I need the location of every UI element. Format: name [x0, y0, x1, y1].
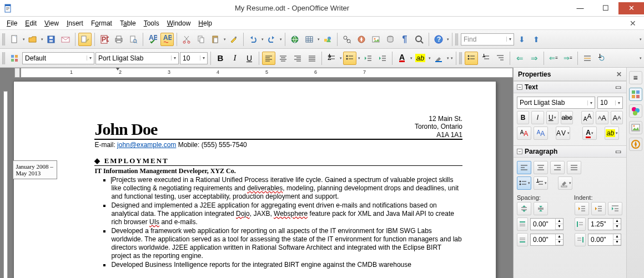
sidebar-shrink-button[interactable]: AA — [611, 111, 623, 124]
sidebar-fontcolor-button[interactable]: A▾ — [582, 127, 597, 140]
bullet-list-button[interactable] — [343, 52, 356, 65]
toolbar-grip[interactable] — [459, 52, 462, 64]
properties-deck-icon[interactable] — [629, 88, 642, 101]
font-size-combo[interactable]: 10▾ — [180, 52, 208, 64]
menu-tools[interactable]: Tools — [140, 18, 163, 28]
toolbar-grip[interactable] — [455, 33, 459, 46]
paste-button[interactable] — [209, 33, 222, 46]
find-prev-button[interactable]: ⬆ — [530, 33, 543, 46]
underline-button[interactable]: U — [243, 52, 256, 65]
highlight-button[interactable]: ab — [414, 52, 427, 65]
menu-view[interactable]: View — [41, 18, 62, 28]
demote-button[interactable]: ⇒ — [527, 52, 541, 65]
email-link[interactable]: john@example.com — [117, 141, 176, 149]
menu-file[interactable]: File — [3, 18, 21, 28]
sidebar-spacing-button[interactable]: AV▾ — [556, 127, 570, 140]
align-center-button[interactable] — [276, 52, 290, 65]
zoom-button[interactable] — [412, 33, 426, 46]
sidebar-superscript-button[interactable]: AA — [581, 111, 593, 124]
sidebar-close-icon[interactable]: ✕ — [616, 70, 622, 78]
auto-spellcheck-button[interactable]: ABC — [160, 33, 174, 46]
find-combo[interactable]: Find▾ — [461, 33, 514, 46]
more-options-icon[interactable]: ▭ — [615, 148, 623, 155]
indent-right-input[interactable]: ▲▼ — [588, 234, 621, 246]
hanging-indent-button[interactable] — [608, 202, 622, 215]
navigator-deck-icon[interactable] — [629, 138, 642, 151]
copy-button[interactable] — [194, 33, 208, 46]
menu-format[interactable]: Format — [88, 18, 115, 28]
font-name-combo[interactable]: Port Lligat Slab▾ — [95, 52, 179, 64]
numbering-button-2[interactable]: 1 — [479, 52, 492, 65]
sidebar-bold-button[interactable]: B — [517, 111, 529, 124]
spacing-below-input[interactable]: ▲▼ — [530, 234, 564, 246]
spacing-above-input[interactable]: ▲▼ — [530, 218, 564, 230]
navigator-button[interactable] — [355, 33, 368, 46]
new-button[interactable] — [8, 33, 21, 46]
vertical-ruler[interactable] — [3, 91, 8, 278]
sidebar-size-combo[interactable]: 10▾ — [597, 97, 623, 109]
group-paragraph[interactable]: −Paragraph▭ — [514, 145, 626, 158]
background-color-button[interactable] — [432, 52, 445, 65]
increase-indent-button[interactable] — [376, 52, 389, 65]
format-paintbrush-button[interactable] — [227, 33, 240, 46]
menu-close-doc-icon[interactable]: ✕ — [625, 19, 641, 28]
close-button[interactable]: ✕ — [618, 2, 644, 14]
minimize-button[interactable]: — — [567, 2, 593, 14]
menu-window[interactable]: Window — [164, 18, 194, 28]
print-button[interactable] — [112, 33, 125, 46]
paragraph-style-combo[interactable]: Default▾ — [22, 52, 94, 64]
open-button[interactable] — [26, 33, 39, 46]
toolbar-grip[interactable] — [2, 52, 6, 64]
sidebar-menu-icon[interactable]: ≡ — [629, 71, 642, 84]
spellcheck-button[interactable]: ABC — [146, 33, 159, 46]
sidebar-bullets-button[interactable]: ▾ — [517, 176, 531, 190]
horizontal-ruler[interactable]: 1 2 3 4 5 6 7 — [21, 68, 513, 78]
maximize-button[interactable]: ☐ — [593, 2, 618, 14]
indent-left-input[interactable]: ▲▼ — [588, 218, 621, 230]
promote-button[interactable]: ⇐ — [513, 52, 526, 65]
sidebar-numbering-button[interactable]: 1▾ — [534, 176, 548, 190]
sidebar-align-left-button[interactable] — [517, 161, 531, 174]
dec-spacing-button[interactable] — [534, 202, 548, 215]
hyperlink-button[interactable] — [288, 33, 301, 46]
more-options-icon[interactable]: ▭ — [615, 83, 623, 91]
numbered-list-button[interactable]: 12 — [325, 52, 338, 65]
bold-button[interactable]: B — [214, 52, 227, 65]
sidebar-justify-button[interactable] — [567, 161, 581, 174]
datasources-button[interactable] — [384, 33, 397, 46]
document-page[interactable]: January 2008 – May 2013 John Doe 12 Main… — [13, 81, 496, 278]
sidebar-font-combo[interactable]: Port Lligat Slab▾ — [517, 97, 595, 109]
font-color-button[interactable]: A — [395, 52, 409, 65]
sidebar-bgcolor-button[interactable]: ▾ — [558, 176, 572, 190]
italic-button[interactable]: I — [228, 52, 242, 65]
show-draw-button[interactable] — [321, 33, 334, 46]
sidebar-strike-button[interactable]: abc — [561, 111, 573, 124]
sidebar-shadow-button[interactable]: AA — [534, 127, 548, 140]
menu-edit[interactable]: Edit — [22, 18, 40, 28]
dec-indent-button[interactable] — [591, 202, 606, 215]
menu-table[interactable]: Table — [117, 18, 139, 28]
print-preview-button[interactable] — [127, 33, 140, 46]
group-text[interactable]: −Text▭ — [514, 81, 626, 93]
bullets-button-2[interactable] — [465, 52, 478, 65]
align-left-button[interactable] — [262, 52, 275, 65]
sidebar-highlight-button[interactable]: ab▾ — [605, 127, 619, 140]
find-replace-button[interactable] — [340, 33, 354, 46]
outline-button[interactable] — [494, 52, 507, 65]
sidebar-align-center-button[interactable] — [534, 161, 548, 174]
menu-help[interactable]: Help — [195, 18, 215, 28]
sidebar-subscript-button[interactable]: AA — [517, 127, 531, 140]
mail-button[interactable] — [59, 33, 72, 46]
insert-unnumbered-button[interactable] — [581, 52, 594, 65]
sidebar-italic-button[interactable]: I — [531, 111, 544, 124]
save-button[interactable] — [44, 33, 58, 46]
sidebar-align-right-button[interactable] — [550, 161, 565, 174]
demote-sub-button[interactable]: ⇒≡ — [561, 52, 575, 65]
gallery-button[interactable] — [369, 33, 383, 46]
undo-button[interactable] — [246, 33, 260, 46]
sidebar-underline-button[interactable]: U▾ — [546, 111, 559, 124]
export-pdf-button[interactable]: PDF — [98, 33, 111, 46]
inc-spacing-button[interactable] — [517, 202, 531, 215]
toolbar-grip[interactable] — [2, 33, 6, 46]
gallery-deck-icon[interactable] — [629, 121, 642, 134]
